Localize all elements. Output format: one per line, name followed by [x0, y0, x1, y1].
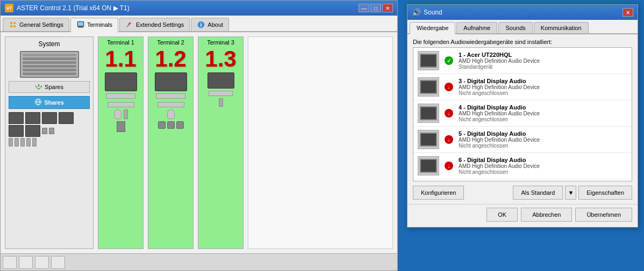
shares-button[interactable]: Shares — [9, 96, 90, 109]
terminal-3-peripherals — [219, 98, 223, 107]
tab-extended-settings[interactable]: Extended Settings — [119, 18, 190, 31]
taskbar-btn-1[interactable] — [3, 256, 17, 269]
titlebar-left: v7 ASTER Control 2.1 (Trial x64 ON ▶ T1) — [5, 4, 130, 12]
terminal-2-devices — [158, 121, 184, 129]
ubernehmen-button[interactable]: Übernehmen — [575, 208, 632, 222]
sound-titlebar: 🔊 Sound ✕ — [407, 5, 638, 20]
system-devices-bottom — [9, 112, 90, 147]
device-4-monitor-icon — [420, 133, 437, 147]
device-1-info: 1 - Acer UT220HQL AMD High Definition Au… — [459, 52, 627, 70]
terminal-3-keyboard — [209, 91, 233, 96]
taskbar-btn-3[interactable] — [35, 256, 49, 269]
terminal-1-mouse — [114, 109, 121, 119]
pc-stripe-2 — [23, 57, 76, 60]
device-list[interactable]: ✓ 1 - Acer UT220HQL AMD High Definition … — [413, 47, 632, 181]
terminal-panel-3: Terminal 3 1.3 — [198, 36, 244, 249]
terminal-1-title: Terminal 1 — [107, 39, 134, 46]
device-2-info: 3 - Digital Display Audio AMD High Defin… — [459, 78, 627, 96]
sound-title: Sound — [424, 9, 442, 16]
system-title: System — [38, 40, 60, 48]
device-4-name: 5 - Digital Display Audio — [459, 130, 627, 137]
device-1-subname: AMD High Definition Audio Device — [459, 58, 627, 64]
terminal-2-mouse — [167, 109, 175, 119]
sound-tab-sounds[interactable]: Sounds — [498, 22, 532, 33]
aster-tabs-bar: General Settings Terminals Extended Sett… — [1, 16, 397, 32]
device-4-status-badge: ↓ — [445, 135, 453, 144]
terminal-2-device-3 — [176, 121, 184, 129]
list-item[interactable]: ↓ 3 - Digital Display Audio AMD High Def… — [413, 74, 632, 100]
sound-description: Die folgenden Audiowiedergabegeräte sind… — [407, 34, 638, 47]
info-icon: i — [197, 20, 205, 29]
terminal-3-monitor — [207, 72, 234, 89]
shares-label: Shares — [44, 99, 64, 106]
als-standard-button[interactable]: Als Standard — [513, 186, 563, 200]
abbrechen-button[interactable]: Abbrechen — [521, 208, 572, 222]
terminal-2-title: Terminal 2 — [157, 39, 184, 46]
tab-terminals[interactable]: Terminals — [70, 18, 118, 32]
device-5-status: Nicht angeschlossen — [459, 169, 627, 175]
list-item[interactable]: ✓ 1 - Acer UT220HQL AMD High Definition … — [413, 48, 632, 74]
svg-rect-1 — [10, 25, 12, 27]
tab-extended-settings-label: Extended Settings — [136, 21, 184, 28]
maximize-button[interactable]: □ — [370, 4, 381, 12]
svg-rect-2 — [13, 22, 16, 24]
system-device-row-2 — [9, 125, 90, 137]
svg-text:i: i — [201, 22, 202, 28]
device-1-thumb — [418, 51, 439, 70]
list-item[interactable]: ↓ 5 - Digital Display Audio AMD High Def… — [413, 127, 632, 153]
tab-about[interactable]: i About — [191, 18, 229, 31]
sound-tab-aufnahme[interactable]: Aufnahme — [456, 22, 497, 33]
aster-app-icon: v7 — [5, 4, 13, 12]
spares-label: Spares — [45, 84, 63, 90]
terminal-1-monitor — [105, 72, 137, 91]
terminal-2-device-1 — [158, 121, 166, 129]
device-5-monitor-icon — [420, 159, 437, 173]
aster-titlebar: v7 ASTER Control 2.1 (Trial x64 ON ▶ T1)… — [1, 1, 397, 16]
system-stick-3 — [20, 138, 25, 147]
list-item[interactable]: ↓ 4 - Digital Display Audio AMD High Def… — [413, 100, 632, 127]
eigenschaften-button[interactable]: Eigenschaften — [578, 186, 632, 200]
sound-tab-wiedergabe[interactable]: Wiedergabe — [410, 22, 455, 34]
terminal-2-peripherals — [167, 109, 175, 119]
terminal-icon — [76, 20, 85, 29]
als-standard-dropdown[interactable]: ▼ — [565, 186, 576, 200]
system-usb-2 — [49, 128, 54, 134]
sound-tab-kommunikation[interactable]: Kommunikation — [534, 22, 589, 33]
device-1-name: 1 - Acer UT220HQL — [459, 52, 627, 58]
device-3-status: Nicht angeschlossen — [459, 116, 627, 122]
system-monitor-2 — [25, 112, 40, 124]
aster-title: ASTER Control 2.1 (Trial x64 ON ▶ T1) — [17, 4, 130, 12]
device-2-thumb — [418, 77, 439, 97]
system-device-row-1 — [9, 112, 90, 124]
terminal-3-stick — [219, 98, 223, 107]
aster-window-controls: — □ ✕ — [359, 4, 393, 12]
taskbar-btn-2[interactable] — [19, 256, 33, 269]
pc-stripe-4 — [23, 65, 76, 68]
device-2-status: Nicht angeschlossen — [459, 90, 627, 96]
device-3-subname: AMD High Definition Audio Device — [459, 111, 627, 116]
svg-rect-5 — [78, 22, 83, 26]
device-1-monitor-icon — [420, 54, 437, 68]
aster-window: v7 ASTER Control 2.1 (Trial x64 ON ▶ T1)… — [0, 0, 398, 271]
close-button[interactable]: ✕ — [382, 4, 393, 12]
als-standard-group: Als Standard ▼ Eigenschaften — [513, 186, 632, 200]
svg-rect-3 — [13, 25, 16, 27]
sound-close-button[interactable]: ✕ — [622, 8, 633, 17]
ok-button[interactable]: OK — [486, 208, 518, 222]
sound-tab-wiedergabe-label: Wiedergabe — [417, 25, 448, 31]
minimize-button[interactable]: — — [359, 4, 369, 12]
tab-general-settings[interactable]: General Settings — [3, 18, 69, 31]
device-3-info: 4 - Digital Display Audio AMD High Defin… — [459, 104, 627, 122]
taskbar-btn-4[interactable] — [51, 256, 65, 269]
device-3-name: 4 - Digital Display Audio — [459, 104, 627, 111]
list-item[interactable]: ↓ 6 - Digital Display Audio AMD High Def… — [413, 153, 632, 179]
konfigurieren-button[interactable]: Konfigurieren — [413, 186, 464, 200]
device-4-info: 5 - Digital Display Audio AMD High Defin… — [459, 130, 627, 149]
device-5-info: 6 - Digital Display Audio AMD High Defin… — [459, 157, 627, 175]
device-1-status-badge: ✓ — [445, 56, 453, 65]
wrench-icon — [125, 20, 134, 29]
terminals-area: System — [5, 36, 393, 249]
terminal-2-monitor — [155, 72, 187, 91]
spares-button[interactable]: Spares — [9, 81, 90, 93]
device-5-status-badge: ↓ — [445, 162, 453, 170]
